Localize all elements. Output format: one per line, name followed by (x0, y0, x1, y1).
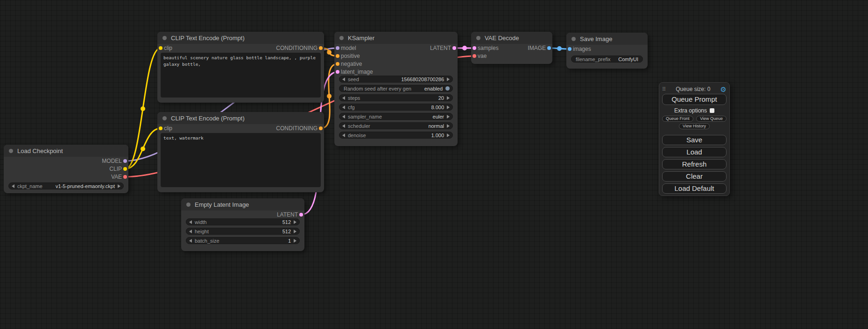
queue-buttons-row: Queue Front View Queue (662, 116, 727, 122)
collapse-dot-icon[interactable] (9, 149, 13, 153)
node-empty-latent-image[interactable]: Empty Latent Image LATENT width 512 heig… (181, 198, 304, 251)
slot-label: model (341, 45, 356, 51)
input-dot-model[interactable] (336, 46, 339, 50)
link-dot-cond-negative (327, 94, 332, 98)
collapse-dot-icon[interactable] (162, 36, 167, 40)
decrement-arrow-icon[interactable] (342, 124, 345, 128)
node-title-bar[interactable]: CLIP Text Encode (Prompt) (157, 112, 324, 124)
queue-front-button[interactable]: Queue Front (662, 116, 693, 122)
increment-arrow-icon[interactable] (294, 230, 296, 233)
slot-row-samples-image: samples IMAGE (471, 44, 552, 52)
negative-prompt-textarea[interactable]: text, watermark (161, 133, 321, 187)
node-vae-decode[interactable]: VAE Decode samples IMAGE vae (471, 32, 552, 64)
increment-arrow-icon[interactable] (447, 124, 450, 128)
queue-prompt-button[interactable]: Queue Prompt (662, 94, 727, 105)
input-dot-latent-image[interactable] (336, 70, 339, 74)
refresh-button[interactable]: Refresh (662, 159, 727, 169)
decrement-arrow-icon[interactable] (189, 220, 192, 224)
output-dot-latent[interactable] (299, 213, 303, 217)
node-title-bar[interactable]: VAE Decode (471, 32, 552, 44)
widget-cfg[interactable]: cfg 8.000 (339, 104, 453, 111)
widget-value: normal (428, 123, 444, 129)
node-ksampler[interactable]: KSampler model LATENT positive negative … (334, 32, 458, 146)
toggle-indicator-icon[interactable] (445, 86, 450, 91)
increment-arrow-icon[interactable] (447, 115, 450, 119)
positive-prompt-textarea[interactable]: beautiful scenery nature glass bottle la… (161, 53, 321, 98)
decrement-arrow-icon[interactable] (189, 230, 192, 233)
increment-arrow-icon[interactable] (294, 239, 296, 243)
drag-handle-icon[interactable]: ⠿ (662, 86, 666, 92)
widget-filename-prefix[interactable]: filename_prefix ComfyUI (571, 56, 643, 63)
widget-name: height (195, 229, 209, 234)
clear-button[interactable]: Clear (662, 171, 727, 182)
extra-options-checkbox[interactable] (710, 108, 714, 113)
node-save-image[interactable]: Save Image images filename_prefix ComfyU… (566, 33, 648, 69)
node-clip-text-encode-negative[interactable]: CLIP Text Encode (Prompt) clip CONDITION… (157, 112, 324, 192)
output-dot-model[interactable] (123, 159, 127, 163)
widget-batch-size[interactable]: batch_size 1 (186, 237, 300, 244)
collapse-dot-icon[interactable] (162, 116, 167, 120)
collapse-dot-icon[interactable] (572, 37, 576, 41)
widget-steps[interactable]: steps 20 (339, 94, 453, 101)
decrement-arrow-icon[interactable] (342, 115, 345, 119)
decrement-arrow-icon[interactable] (342, 105, 345, 109)
input-dot-clip[interactable] (159, 46, 162, 50)
output-dot-conditioning[interactable] (319, 126, 323, 130)
output-dot-latent[interactable] (452, 46, 456, 50)
input-dot-samples[interactable] (473, 46, 476, 50)
view-queue-button[interactable]: View Queue (696, 116, 727, 122)
input-dot-negative[interactable] (336, 62, 339, 66)
widget-denoise[interactable]: denoise 1.000 (339, 132, 453, 139)
increment-arrow-icon[interactable] (294, 220, 296, 224)
widget-scheduler[interactable]: scheduler normal (339, 122, 453, 129)
output-dot-image[interactable] (547, 46, 551, 50)
output-dot-conditioning[interactable] (319, 46, 323, 50)
node-title-bar[interactable]: Empty Latent Image (181, 198, 304, 210)
widget-name: seed (348, 77, 359, 82)
node-clip-text-encode-positive[interactable]: CLIP Text Encode (Prompt) clip CONDITION… (157, 32, 324, 103)
node-title-bar[interactable]: Load Checkpoint (4, 145, 128, 157)
load-default-button[interactable]: Load Default (662, 183, 727, 194)
node-title-bar[interactable]: KSampler (334, 32, 458, 44)
decrement-arrow-icon[interactable] (342, 77, 345, 81)
collapse-dot-icon[interactable] (339, 36, 344, 40)
slot-row-latent-image: latent_image (334, 68, 458, 76)
output-slot-clip: CLIP (4, 165, 128, 173)
widget-value: enabled (424, 86, 443, 91)
save-button[interactable]: Save (662, 135, 727, 145)
node-title: VAE Decode (485, 35, 519, 42)
decrement-arrow-icon[interactable] (12, 184, 14, 188)
increment-arrow-icon[interactable] (447, 96, 450, 100)
widget-width[interactable]: width 512 (186, 218, 300, 225)
load-button[interactable]: Load (662, 147, 727, 157)
comfyui-canvas[interactable]: { "colors": { "model": "#B39DDB", "clip"… (0, 0, 868, 329)
output-slot-vae: VAE (4, 173, 128, 181)
increment-arrow-icon[interactable] (118, 184, 120, 188)
settings-gear-icon[interactable]: ⚙ (720, 86, 727, 93)
slot-row-images: images (566, 45, 648, 53)
increment-arrow-icon[interactable] (447, 105, 450, 109)
widget-random-seed-toggle[interactable]: Random seed after every gen enabled (339, 85, 453, 92)
widget-ckpt-name[interactable]: ckpt_name v1-5-pruned-emaonly.ckpt (8, 182, 124, 189)
collapse-dot-icon[interactable] (186, 203, 191, 207)
increment-arrow-icon[interactable] (447, 133, 450, 137)
widget-sampler-name[interactable]: sampler_name euler (339, 113, 453, 120)
slot-label: vae (478, 53, 487, 59)
output-dot-vae[interactable] (123, 175, 127, 179)
increment-arrow-icon[interactable] (447, 77, 450, 81)
view-history-button[interactable]: View History (679, 123, 710, 129)
input-dot-positive[interactable] (336, 54, 339, 58)
node-load-checkpoint[interactable]: Load Checkpoint MODEL CLIP VAE ckpt_name… (4, 145, 128, 193)
decrement-arrow-icon[interactable] (342, 96, 345, 100)
node-title-bar[interactable]: Save Image (566, 33, 648, 45)
input-dot-clip[interactable] (159, 126, 162, 130)
collapse-dot-icon[interactable] (476, 36, 480, 40)
node-title-bar[interactable]: CLIP Text Encode (Prompt) (157, 32, 324, 44)
widget-seed[interactable]: seed 156680208700286 (339, 76, 453, 83)
input-dot-vae[interactable] (473, 54, 476, 58)
output-dot-clip[interactable] (123, 167, 127, 171)
input-dot-images[interactable] (568, 47, 572, 51)
decrement-arrow-icon[interactable] (342, 133, 345, 137)
widget-height[interactable]: height 512 (186, 228, 300, 235)
decrement-arrow-icon[interactable] (189, 239, 192, 243)
